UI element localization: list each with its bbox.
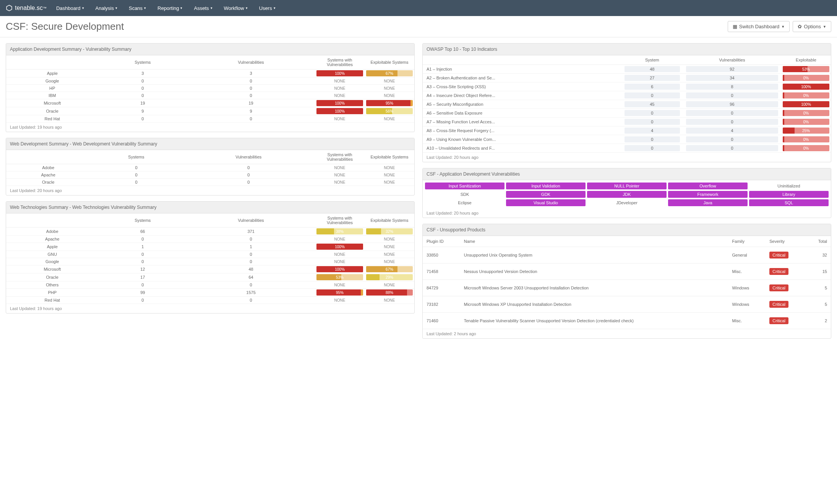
table-row[interactable]: A9 – Using Known Vulnerable Com...000% bbox=[423, 135, 831, 144]
caret-down-icon: ▾ bbox=[211, 6, 212, 10]
hexagon-icon bbox=[6, 5, 13, 11]
category-badge[interactable]: Framework bbox=[668, 191, 748, 198]
plugin-id: 84729 bbox=[423, 280, 460, 296]
category-badge[interactable]: SQL bbox=[749, 199, 829, 206]
caret-down-icon: ▾ bbox=[180, 6, 182, 10]
column-header: Exploitable Systems bbox=[365, 55, 414, 69]
column-header: System bbox=[621, 55, 683, 65]
category-badge[interactable]: Input Validation bbox=[506, 183, 586, 189]
row-label: Red Hat bbox=[6, 115, 98, 123]
table-row[interactable]: Google00NONENONE bbox=[6, 78, 414, 85]
table-row[interactable]: A6 – Sensitive Data Exposure000% bbox=[423, 109, 831, 118]
row-label: A1 – Injection bbox=[423, 65, 621, 74]
plugin-name: Tenable Passive Vulnerability Scanner Un… bbox=[460, 313, 728, 329]
brand-logo[interactable]: tenable.sc™ bbox=[6, 5, 47, 11]
system-value: 0 bbox=[625, 119, 680, 125]
table-row[interactable]: Microsoft1248100%67% bbox=[6, 265, 414, 273]
table-row[interactable]: Apache00NONENONE bbox=[6, 171, 414, 179]
plugin-id: 71460 bbox=[423, 313, 460, 329]
none-value: NONE bbox=[334, 166, 346, 170]
plugin-total: 5 bbox=[806, 280, 831, 296]
table-row[interactable]: IBM00NONENONE bbox=[6, 92, 414, 99]
category-badge[interactable]: Uninitialized bbox=[749, 183, 829, 189]
table-row[interactable]: 73182Microsoft Windows XP Unsupported In… bbox=[423, 296, 831, 313]
nav-item-scans[interactable]: Scans▾ bbox=[129, 5, 146, 11]
row-label: Microsoft bbox=[6, 265, 98, 273]
table-row[interactable]: Microsoft1919100%95% bbox=[6, 99, 414, 107]
table-row[interactable]: GNU00NONENONE bbox=[6, 251, 414, 258]
nav-item-assets[interactable]: Assets▾ bbox=[194, 5, 212, 11]
vulnerabilities-value: 9 bbox=[187, 107, 315, 115]
none-value: NONE bbox=[384, 237, 395, 241]
vulnerabilities-value: 0 bbox=[187, 85, 315, 92]
plugin-total: 15 bbox=[806, 263, 831, 280]
table-row[interactable]: 71458Nessus Unsupported Version Detectio… bbox=[423, 263, 831, 280]
none-value: NONE bbox=[334, 117, 346, 121]
systems-value: 1 bbox=[98, 243, 187, 251]
category-badge[interactable]: Overflow bbox=[668, 183, 748, 189]
table-row[interactable]: 33850Unsupported Unix Operating SystemGe… bbox=[423, 247, 831, 263]
table-row[interactable]: Google00NONENONE bbox=[6, 258, 414, 265]
plugin-total: 32 bbox=[806, 247, 831, 263]
category-badge[interactable]: Java bbox=[668, 199, 748, 206]
nav-item-workflow[interactable]: Workflow▾ bbox=[224, 5, 248, 11]
exploitable-bar: 25% bbox=[783, 128, 829, 134]
table-row[interactable]: Apache00NONENONE bbox=[6, 236, 414, 243]
table-row[interactable]: Oracle99100%56% bbox=[6, 107, 414, 115]
table-row[interactable]: Red Hat00NONENONE bbox=[6, 297, 414, 304]
none-value: NONE bbox=[384, 252, 395, 257]
system-value: 6 bbox=[625, 84, 680, 90]
table-row[interactable]: A1 – Injection489253% bbox=[423, 65, 831, 74]
nav-item-reporting[interactable]: Reporting▾ bbox=[157, 5, 182, 11]
vulnerabilities-value: 19 bbox=[187, 99, 315, 107]
none-value: NONE bbox=[334, 237, 346, 241]
table-row[interactable]: A2 – Broken Authentication and Se...2734… bbox=[423, 74, 831, 82]
exploitable-bar: 0% bbox=[783, 145, 829, 151]
nav-item-users[interactable]: Users▾ bbox=[259, 5, 276, 11]
table-row[interactable]: Others00NONENONE bbox=[6, 281, 414, 289]
table-row[interactable]: PHP99157595%88% bbox=[6, 289, 414, 297]
table-row[interactable]: Oracle00NONENONE bbox=[6, 179, 414, 186]
table-row[interactable]: A7 – Missing Function Level Acces...000% bbox=[423, 118, 831, 126]
category-badge[interactable]: GDK bbox=[506, 191, 586, 198]
category-badge[interactable]: JDeveloper bbox=[587, 199, 667, 206]
table-row[interactable]: A8 – Cross-Site Request Forgery (...4425… bbox=[423, 126, 831, 135]
table-row[interactable]: 71460Tenable Passive Vulnerability Scann… bbox=[423, 313, 831, 329]
table-row[interactable]: Adobe6637138%32% bbox=[6, 228, 414, 236]
vulnerabilities-value: 0 bbox=[187, 236, 315, 243]
table-row[interactable]: Apple33100%67% bbox=[6, 69, 414, 78]
progress-bar: 100% bbox=[316, 108, 363, 114]
category-badge[interactable]: Input Sanitization bbox=[425, 183, 504, 189]
table-row[interactable]: 84729Microsoft Windows Server 2003 Unsup… bbox=[423, 280, 831, 296]
table-row[interactable]: Adobe00NONENONE bbox=[6, 164, 414, 171]
table-row[interactable]: A4 – Insecure Direct Object Refere...000… bbox=[423, 91, 831, 100]
table-row[interactable]: Oracle176453%29% bbox=[6, 273, 414, 281]
table-row[interactable]: A10 – Unvalidated Redirects and F...000% bbox=[423, 144, 831, 153]
table-row[interactable]: HP00NONENONE bbox=[6, 85, 414, 92]
nav-item-analysis[interactable]: Analysis▾ bbox=[96, 5, 117, 11]
category-badge[interactable]: JDK bbox=[587, 191, 667, 198]
column-header: Systems bbox=[98, 213, 187, 228]
exploitable-bar: 100% bbox=[783, 84, 829, 90]
column-header: Systems with Vulnerabilities bbox=[315, 150, 365, 164]
switch-dashboard-button[interactable]: ▦ Switch Dashboard ▼ bbox=[728, 21, 790, 32]
category-badge[interactable]: NULL Pointer bbox=[587, 183, 667, 189]
vulnerabilities-value: 64 bbox=[187, 273, 315, 281]
table-row[interactable]: A5 – Security Misconfiguration4596100% bbox=[423, 100, 831, 109]
row-label: A8 – Cross-Site Request Forgery (... bbox=[423, 126, 621, 135]
column-header: Total bbox=[806, 236, 831, 247]
panel-title: CSF - Application Development Vulnerabil… bbox=[423, 168, 831, 180]
plugin-id: 71458 bbox=[423, 263, 460, 280]
table-row[interactable]: Red Hat00NONENONE bbox=[6, 115, 414, 123]
category-badge[interactable]: SDK bbox=[425, 191, 504, 198]
vulnerabilities-value: 1575 bbox=[187, 289, 315, 297]
category-badge[interactable]: Library bbox=[749, 191, 829, 198]
category-badge[interactable]: Visual Studio bbox=[506, 199, 586, 206]
exploitable-bar: 0% bbox=[783, 136, 829, 142]
table-row[interactable]: Apple11100%NONE bbox=[6, 243, 414, 251]
table-row[interactable]: A3 – Cross-Site Scripting (XSS)68100% bbox=[423, 82, 831, 91]
category-badge[interactable]: Eclipse bbox=[425, 199, 504, 206]
options-button[interactable]: ✿ Options ▼ bbox=[793, 21, 831, 32]
nav-item-dashboard[interactable]: Dashboard▾ bbox=[56, 5, 84, 11]
progress-bar: 95% bbox=[366, 100, 413, 106]
